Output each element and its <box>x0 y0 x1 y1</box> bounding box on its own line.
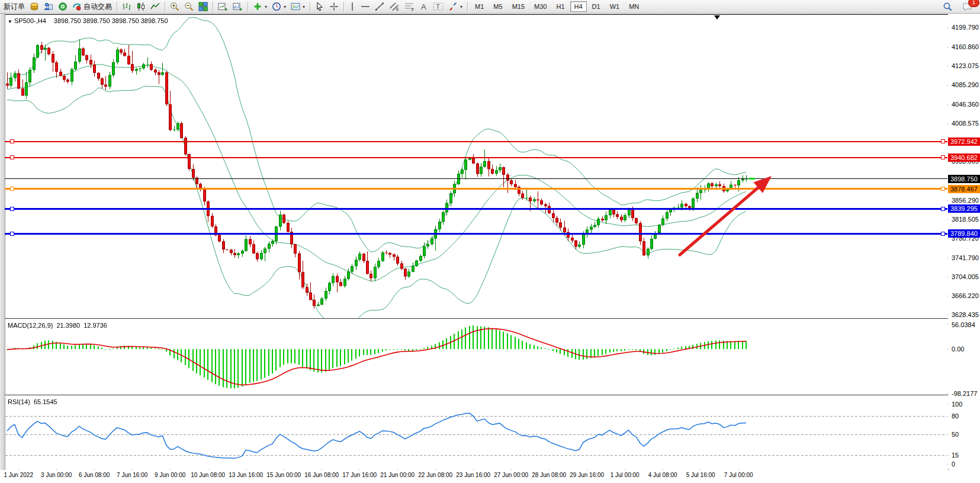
dropdown-arrow-icon[interactable]: ▾ <box>284 4 286 9</box>
support-3839-line[interactable] <box>5 208 947 210</box>
candlestick-chart-button[interactable] <box>134 1 148 13</box>
toolbar-separator <box>467 2 468 12</box>
dropdown-arrow-icon[interactable]: ▾ <box>265 4 267 9</box>
timeframe-mn-button[interactable]: MN <box>625 1 643 12</box>
support-3789-handle[interactable] <box>10 232 14 236</box>
new-order-button[interactable]: 新订单 <box>1 1 27 13</box>
crosshair-button[interactable] <box>327 1 341 13</box>
clock-icon <box>272 2 281 11</box>
toolbar-separator <box>310 2 310 12</box>
timeframe-d1-button[interactable]: D1 <box>588 1 605 12</box>
bar-chart-button[interactable] <box>120 1 134 13</box>
arrows-button[interactable]: ▾ <box>446 1 465 13</box>
label-icon: T <box>433 2 444 11</box>
auto-trading-button-label: 自动交易 <box>83 2 112 12</box>
symbol-period-label: SP500-,H4 <box>14 17 46 24</box>
text-label-button[interactable]: T <box>430 1 446 13</box>
vertical-line-button[interactable] <box>346 1 358 13</box>
price-tick-label: 4199.790 <box>952 24 979 31</box>
indicators-button[interactable]: ▾ <box>250 1 269 13</box>
price-tick-label: 3856.290 <box>952 197 979 204</box>
alerts-button[interactable]: 1 <box>960 1 975 13</box>
cursor-button[interactable] <box>313 1 327 13</box>
resistance-3972-handle[interactable] <box>10 139 14 143</box>
fibonacci-button[interactable]: F <box>402 1 417 13</box>
resistance-3940-price-label: 3940.682 <box>948 153 980 162</box>
current-price-price-label: 3898.750 <box>948 175 980 183</box>
svg-text:T: T <box>436 4 440 10</box>
zoom-in-button[interactable] <box>168 1 182 13</box>
toolbar-separator <box>248 2 248 12</box>
timeframe-h1-button[interactable]: H1 <box>552 1 568 12</box>
gold-coins-icon <box>30 2 39 11</box>
chart-title: ▼ SP500-,H4 3898.750 3898.750 3898.750 3… <box>8 17 168 24</box>
trendline-button[interactable] <box>372 1 387 13</box>
price-axis[interactable]: 4199.7904160.8604123.0754085.2904046.360… <box>948 14 980 469</box>
chart-shift-marker-icon[interactable] <box>714 15 720 20</box>
trader-icon <box>44 2 53 11</box>
mt4-terminal: 新订单自动交易▾▾▾EFAT▾ M1M5M15M30H1H4D1W1MN 1 ▼… <box>0 0 980 483</box>
toolbar-separator <box>343 2 344 12</box>
time-axis[interactable]: 1 Jun 20223 Jun 00:006 Jun 08:007 Jun 16… <box>0 470 980 483</box>
dropdown-arrow-icon[interactable]: ▾ <box>303 4 305 9</box>
text-button[interactable]: A <box>417 1 430 13</box>
timeframe-m1-button[interactable]: M1 <box>471 1 488 12</box>
new-chart-icon <box>218 2 228 11</box>
support-3878-handle[interactable] <box>10 187 14 191</box>
timeframe-m30-button[interactable]: M30 <box>530 1 551 12</box>
timeframe-m5-button[interactable]: M5 <box>489 1 506 12</box>
resistance-3972-price-label: 3972.942 <box>948 137 980 146</box>
fibo-icon: F <box>404 2 415 11</box>
template-icon <box>291 2 300 11</box>
templates-button[interactable]: ▾ <box>288 1 307 13</box>
support-3839-handle[interactable] <box>941 207 945 211</box>
text-icon: A <box>420 2 428 11</box>
macd-panel-separator[interactable] <box>5 318 948 319</box>
support-3789-handle[interactable] <box>941 232 945 236</box>
chart-plot-canvas[interactable] <box>0 0 980 483</box>
price-tick-label: 4123.075 <box>952 62 979 69</box>
support-3839-handle[interactable] <box>10 207 14 211</box>
one-click-trading-icon[interactable]: ▼ <box>8 19 12 24</box>
new-chart-button[interactable] <box>216 1 230 13</box>
price-tick-label: 4085.290 <box>952 81 979 88</box>
profiles-button[interactable] <box>230 1 245 13</box>
resistance-3940-handle[interactable] <box>941 155 945 159</box>
macd-tick-label: 56.0384 <box>952 321 975 328</box>
gold-coins-button[interactable] <box>27 1 41 13</box>
support-3789-line[interactable] <box>5 233 947 235</box>
search-button[interactable] <box>940 1 955 13</box>
zoom-in-icon <box>170 2 179 11</box>
cursor-icon <box>315 2 324 11</box>
tile-windows-button[interactable] <box>196 1 210 13</box>
support-3878-handle[interactable] <box>941 187 945 191</box>
line-chart-icon <box>150 2 160 11</box>
rsi-tick-label: 0 <box>952 460 955 468</box>
current-price-line[interactable] <box>5 178 947 179</box>
auto-trading-button[interactable]: 自动交易 <box>70 1 114 13</box>
horizontal-line-button[interactable] <box>358 1 372 13</box>
price-tick-label: 4160.860 <box>952 43 979 50</box>
periods-button[interactable]: ▾ <box>269 1 288 13</box>
timeframe-h4-button[interactable]: H4 <box>570 1 587 12</box>
channel-icon: E <box>389 2 400 11</box>
equidistant-channel-button[interactable]: E <box>387 1 402 13</box>
rsi-panel-separator[interactable] <box>5 395 948 395</box>
timeframe-m15-button[interactable]: M15 <box>508 1 529 12</box>
quote-values: 3898.750 3898.750 3898.750 3898.750 <box>54 17 168 24</box>
dropdown-arrow-icon[interactable]: ▾ <box>460 4 462 9</box>
support-3878-line[interactable] <box>5 188 947 190</box>
zoom-out-button[interactable] <box>182 1 196 13</box>
resistance-3972-handle[interactable] <box>941 139 945 143</box>
trader-profile-button[interactable] <box>41 1 56 13</box>
new-order-button-label: 新订单 <box>4 2 25 12</box>
vline-icon <box>349 2 356 11</box>
resistance-3972-line[interactable] <box>5 141 947 142</box>
price-tick-label: 3628.435 <box>952 311 979 318</box>
resistance-3940-handle[interactable] <box>10 155 14 159</box>
line-chart-button[interactable] <box>148 1 162 13</box>
price-tick-label: 3666.220 <box>952 292 979 299</box>
signal-button[interactable] <box>56 1 70 13</box>
resistance-3940-line[interactable] <box>5 157 947 158</box>
timeframe-w1-button[interactable]: W1 <box>606 1 624 12</box>
